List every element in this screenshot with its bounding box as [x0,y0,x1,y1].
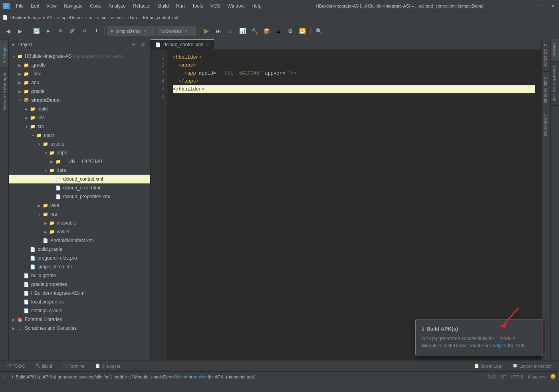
tree-dcloud-error[interactable]: ▶ 📄 dcloud_error.html [9,183,150,192]
run-button[interactable]: ▶ [201,26,212,37]
tree-src[interactable]: ▾ 📁 src [9,122,150,131]
tree-simpledemo[interactable]: ▾ 📦 simpleDemo [9,96,150,104]
sdk-mgr-btn[interactable]: 📦 [261,26,272,37]
tree-java[interactable]: ▶ 📁 java [9,201,150,210]
notif-analyze-link[interactable]: analyze [490,343,506,349]
tree-values[interactable]: ▶ 📁 values [9,227,150,236]
search-everywhere-btn[interactable]: 🔍 [313,26,324,37]
tree-gradle-props[interactable]: ▶ 📄 gradle.properties [9,280,150,289]
tree-uni[interactable]: ▶ 📁 __UNI__642C0A0 [9,157,150,166]
tree-gradle[interactable]: ▶ 📁 .gradle [9,61,150,69]
project-add-btn[interactable]: + [129,41,137,49]
hbuilder-btn1[interactable]: ▶ [43,26,54,37]
tree-data[interactable]: ▾ 📁 data [9,166,150,175]
devices-dropdown[interactable]: No Devices ▼ [156,26,196,36]
tree-build[interactable]: ▶ 📁 build [9,104,150,113]
tree-drawable[interactable]: ▶ 📁 drawable [9,219,150,227]
build-msg-analyze[interactable]: analyze [192,374,208,379]
menu-run[interactable]: Run [173,2,188,10]
tree-res[interactable]: ▾ 📁 res [9,210,150,219]
tree-idea[interactable]: ▶ 📁 .idea [9,69,150,78]
tab-layout-inspector[interactable]: 🔲 Layout Inspector [508,361,556,371]
bc-file[interactable]: dcloud_control.xml [142,15,178,20]
build-msg-locate[interactable]: locate [177,374,188,379]
tree-simpledemo-iml[interactable]: ▶ 📄 simpleDemo.iml [9,262,150,271]
tree-external-libs[interactable]: ▶ 📚 External Libraries [9,315,150,324]
tree-dcloud-props[interactable]: ▶ 📄 dcloud_properties.xml [9,192,150,201]
tree-gradle2[interactable]: ▶ 📁 gradle [9,87,150,96]
hbuilder-btn5[interactable]: ⬆ [91,26,102,37]
run-config-dropdown[interactable]: ▶ simpleDemo ▼ [107,26,155,36]
bc-assets[interactable]: assets [111,15,124,20]
tree-dcloud-control[interactable]: ▶ 📄 dcloud_control.xml [9,175,150,183]
debug-step1[interactable]: ⏭ [213,26,224,37]
vtab-build-variants[interactable]: Build Variants [542,72,550,108]
bc-hbuilder[interactable]: HBuilder-Integrate-AS [10,15,53,20]
menu-window[interactable]: Window [224,2,248,10]
menu-refactor[interactable]: Refactor [130,2,154,10]
tree-libs[interactable]: ▶ 📁 libs [9,113,150,122]
tab-event-log[interactable]: 📋 Event Log [470,361,505,371]
menu-tools[interactable]: Tools [189,2,206,10]
sync-proj-btn[interactable]: 🔁 [297,26,308,37]
project-settings-btn[interactable]: ⚙ [139,41,147,49]
bc-data[interactable]: data [128,15,137,20]
tree-build-gradle-root[interactable]: ▶ 📄 build.gradle [9,271,150,280]
project-dropdown-arrow[interactable]: ▾ [12,42,14,47]
bc-src[interactable]: src [86,15,92,20]
bc-main[interactable]: main [97,15,106,20]
menu-edit[interactable]: Edit [28,2,42,10]
menu-help[interactable]: Help [248,2,265,10]
profile-btn[interactable]: 📊 [237,26,248,37]
tree-local-props[interactable]: ▶ 📄 local.properties [9,297,150,306]
tree-androidmanifest[interactable]: ▶ 📄 AndroidManifest.xml [9,236,150,245]
forward-button[interactable]: ▶ [14,26,26,37]
tab-build[interactable]: 🔨 Build [31,361,56,371]
tree-build-gradle-module[interactable]: ▶ 📄 build.gradle [9,245,150,254]
debug-step2[interactable]: ↓ [225,26,236,37]
tree-scratches[interactable]: ▶ 🗒 Scratches and Consoles [9,324,150,333]
bc-simpledemo[interactable]: simpleDemo [57,15,81,20]
settings-btn[interactable]: ⚙ [285,26,296,37]
hbuilder-btn4[interactable]: ↺ [79,26,90,37]
menu-analyze[interactable]: Analyze [105,2,129,10]
menu-code[interactable]: Code [87,2,105,10]
tab-todo[interactable]: ☑ TODO [3,361,30,371]
vtab-resource-manager[interactable]: Resource Manager [0,67,8,115]
back-button[interactable]: ◀ [2,26,14,37]
tab-terminal[interactable]: ⬛ Terminal [57,361,89,371]
editor-tab-dcloud-control[interactable]: 📄 dcloud_control.xml ✕ [151,39,214,49]
close-button[interactable]: ✕ [550,3,556,9]
build-menu-btn[interactable]: 🔨 [249,26,260,37]
avd-btn[interactable]: 📱 [273,26,284,37]
notif-locate-link[interactable]: locate [470,343,483,349]
tree-assets[interactable]: ▾ 📁 assets [9,140,150,148]
menu-view[interactable]: View [43,2,60,10]
minimize-button[interactable]: ─ [536,3,541,9]
menu-build[interactable]: Build [155,2,172,10]
vtab-device-file-explorer[interactable]: Device File Explorer [551,62,559,106]
tree-main[interactable]: ▾ 📁 main [9,131,150,140]
sync-button[interactable]: 🔄 [31,26,42,37]
tab-logcat[interactable]: 📋 6: Logcat [91,361,124,371]
menu-navigate[interactable]: Navigate [61,2,86,10]
restore-button[interactable]: □ [543,3,549,9]
tree-hbuilder-iml[interactable]: ▶ 📄 HBuilder-Integrate-AS.iml [9,289,150,297]
menu-vcs[interactable]: VCS [207,2,224,10]
code-editor[interactable]: <hbuilder> <apps> <app appid="__UNI__642… [167,50,541,360]
vtab-project[interactable]: 1: Project [0,39,8,67]
hbuilder-btn3[interactable]: 🔗 [67,26,78,37]
status-lf: LF [501,374,506,379]
vtab-devices[interactable]: Devices [551,39,559,62]
menu-file[interactable]: File [13,2,27,10]
arrow-main: ▾ [30,133,36,138]
vtab-structure[interactable]: 2: Structure [542,39,550,72]
vtab-favorites[interactable]: 3: Favorites [542,108,550,141]
tree-proguard[interactable]: ▶ 📄 proguard-rules.pro [9,254,150,262]
hbuilder-btn2[interactable]: ⚙ [55,26,66,37]
tree-settings-gradle[interactable]: ▶ 📄 settings.gradle [9,306,150,315]
tree-apps[interactable]: ▾ 📁 apps [9,148,150,157]
tree-app[interactable]: ▶ 📁 app [9,78,150,87]
tree-hbuilder-root[interactable]: ▾ 📁 HBuilder-Integrate-AS F:\BaiduNetdis… [9,52,150,61]
tab-close-btn[interactable]: ✕ [206,42,209,47]
